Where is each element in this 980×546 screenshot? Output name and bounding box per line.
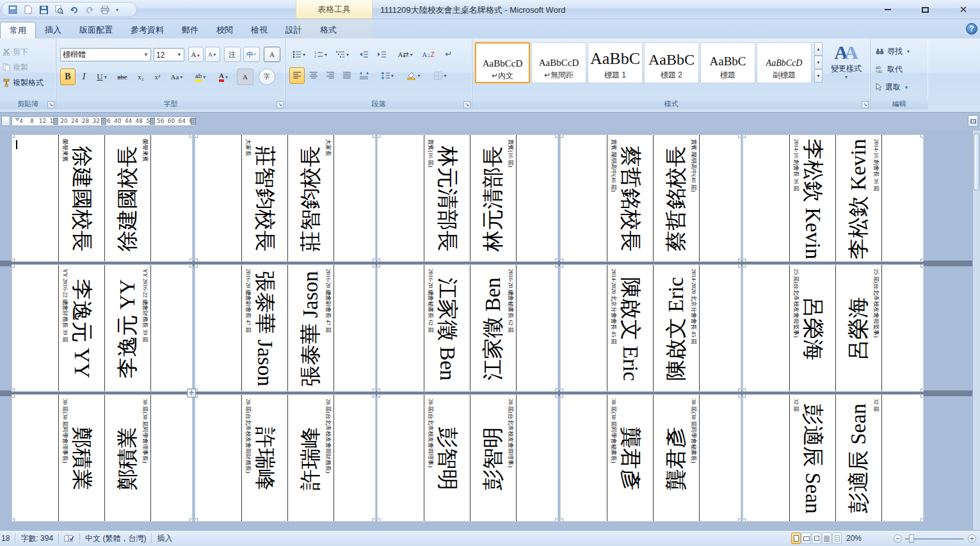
web-layout-view-button[interactable] bbox=[812, 533, 821, 544]
cell-handle[interactable] bbox=[920, 389, 924, 392]
style-gallery-item[interactable]: AaBbCcD ↵內文 bbox=[475, 42, 530, 83]
table-column-marker[interactable] bbox=[53, 118, 58, 125]
show-formatting-marks-button[interactable]: ↵ bbox=[440, 47, 457, 62]
superscript-button[interactable]: x² bbox=[150, 68, 165, 85]
save-icon[interactable] bbox=[36, 3, 51, 16]
asian-layout-button[interactable]: A⇄▾ bbox=[394, 47, 416, 62]
cell-handle[interactable] bbox=[743, 518, 746, 522]
draft-view-button[interactable] bbox=[832, 533, 842, 544]
chinese-convert-button[interactable]: 中✓ bbox=[243, 47, 260, 62]
redo-icon[interactable] bbox=[83, 3, 97, 16]
vertical-scrollbar[interactable] bbox=[972, 131, 980, 530]
find-button[interactable]: 尋找▾ bbox=[876, 44, 910, 58]
cell-handle[interactable] bbox=[195, 518, 198, 522]
copy-button[interactable]: 複製 bbox=[3, 61, 28, 74]
style-gallery-item[interactable]: AaBbCcD ↵無間距 bbox=[531, 42, 586, 83]
cell-handle[interactable] bbox=[189, 259, 193, 262]
cell-handle[interactable] bbox=[738, 259, 741, 262]
cell-handle[interactable] bbox=[743, 264, 746, 268]
increase-indent-button[interactable] bbox=[374, 47, 390, 62]
cell-handle[interactable] bbox=[377, 134, 380, 138]
cell-handle[interactable] bbox=[12, 518, 15, 522]
name-card-cell[interactable]: 榮譽來賓 徐建國校長 徐建國校長 榮譽來賓 bbox=[12, 134, 193, 262]
print-layout-view-button[interactable] bbox=[791, 533, 801, 544]
style-gallery-item[interactable]: AaBbC 標題 1 bbox=[588, 42, 643, 83]
paragraph-dialog-launcher[interactable]: ↘ bbox=[463, 101, 470, 108]
cell-handle[interactable] bbox=[555, 394, 558, 397]
cell-handle[interactable] bbox=[373, 518, 376, 522]
ruler-toggle-button[interactable] bbox=[968, 115, 978, 127]
app-icon[interactable] bbox=[6, 3, 20, 16]
borders-button[interactable]: ▾ bbox=[429, 67, 452, 84]
name-card-cell[interactable]: 大家長 莊智鈞校長 莊智鈞校長 大家長 bbox=[195, 134, 376, 262]
format-painter-button[interactable]: 複製格式 bbox=[3, 76, 44, 89]
horizontal-ruler[interactable]: 48121620242832364044485256606468 bbox=[12, 116, 196, 126]
name-card-cell[interactable]: 28 屆(台北市校友會前財務長) 許瑞峰 許瑞峰 28 屆(台北市校友會前財務長… bbox=[195, 394, 376, 522]
insert-mode[interactable]: 插入 bbox=[157, 533, 172, 544]
name-card-cell[interactable]: 28 屆(台北市校友會前理事) 彭智明 彭智明 28 屆(台北市校友會前理事) bbox=[377, 394, 558, 522]
name-card-cell[interactable]: 25 屆(台北市校友會前監事) 呂榮海 呂榮海 25 屆(台北市校友會前監事) bbox=[743, 264, 924, 392]
strikethrough-button[interactable]: abc bbox=[113, 68, 132, 85]
cell-handle[interactable] bbox=[743, 394, 746, 397]
name-card-cell[interactable]: 32 屆 彭適辰 Sean 彭適辰 Sean 32 屆 bbox=[743, 394, 924, 522]
gallery-scroll-up-button[interactable]: ▲ bbox=[814, 42, 823, 56]
cell-handle[interactable] bbox=[560, 394, 563, 397]
new-document-icon[interactable] bbox=[21, 3, 35, 16]
cell-handle[interactable] bbox=[12, 389, 15, 392]
shrink-font-button[interactable]: A▼ bbox=[205, 47, 220, 62]
undo-icon[interactable] bbox=[67, 3, 81, 16]
outline-view-button[interactable] bbox=[822, 533, 831, 544]
ribbon-tab-6[interactable]: 檢視 bbox=[242, 22, 277, 38]
cell-handle[interactable] bbox=[560, 259, 563, 262]
cell-handle[interactable] bbox=[560, 518, 563, 522]
change-styles-button[interactable]: AA 變更樣式 ▾ bbox=[826, 42, 867, 98]
distribute-button[interactable] bbox=[356, 67, 373, 84]
cell-handle[interactable] bbox=[12, 394, 15, 397]
ribbon-tab-2[interactable]: 版面配置 bbox=[70, 22, 122, 38]
subscript-button[interactable]: x₂ bbox=[133, 68, 149, 85]
ribbon-tab-4[interactable]: 郵件 bbox=[173, 22, 207, 38]
character-border-button[interactable]: A bbox=[264, 47, 280, 62]
table-column-marker[interactable] bbox=[150, 118, 155, 125]
clipboard-dialog-launcher[interactable]: ↘ bbox=[47, 101, 54, 108]
cell-handle[interactable] bbox=[377, 518, 380, 522]
ribbon-tab-7[interactable]: 設計 bbox=[277, 22, 311, 38]
zoom-in-button[interactable]: + bbox=[968, 534, 976, 543]
cell-handle[interactable] bbox=[920, 259, 924, 262]
cell-handle[interactable] bbox=[195, 264, 198, 268]
name-card-cell[interactable]: 2016-20 總會秘書長 62 屆 江家徵 Ben 江家徵 Ben 2016-… bbox=[377, 264, 558, 392]
name-card-cell[interactable]: 貴賓:陽明高中(46 屆) 蔡哲銘校長 蔡哲銘校長 貴賓:陽明高中(46 屆) bbox=[560, 134, 741, 262]
numbering-button[interactable]: 12▾ bbox=[311, 47, 330, 62]
spellcheck-icon[interactable] bbox=[64, 534, 74, 543]
cell-handle[interactable] bbox=[189, 134, 193, 138]
cell-handle[interactable] bbox=[12, 134, 15, 138]
cell-handle[interactable] bbox=[560, 389, 563, 392]
cell-handle[interactable] bbox=[373, 389, 376, 392]
cell-handle[interactable] bbox=[555, 518, 558, 522]
cell-handle[interactable] bbox=[738, 134, 741, 138]
name-card-cell[interactable]: 38 屆(38 屆同學會理事長) 鄭積業 鄭積業 38 屆(38 屆同學會理事長… bbox=[12, 394, 193, 522]
cell-handle[interactable] bbox=[377, 394, 380, 397]
cell-handle[interactable] bbox=[373, 264, 376, 268]
cell-handle[interactable] bbox=[738, 389, 741, 392]
print-preview-icon[interactable] bbox=[52, 3, 66, 16]
gallery-expand-button[interactable]: ▼ bbox=[814, 69, 823, 83]
align-left-button[interactable] bbox=[289, 67, 305, 84]
change-case-button[interactable]: Aa▾ bbox=[166, 68, 187, 85]
cell-handle[interactable] bbox=[920, 394, 924, 397]
select-button[interactable]: 選取▾ bbox=[876, 80, 908, 94]
name-card-cell[interactable]: 2014-2020 北京分會會長 45 屆 陳啟文 Eric 陳啟文 Eric … bbox=[560, 264, 741, 392]
cell-handle[interactable] bbox=[377, 259, 380, 262]
cell-handle[interactable] bbox=[189, 518, 193, 522]
help-button[interactable]: ? bbox=[966, 23, 977, 35]
tab-stop-selector[interactable] bbox=[1, 116, 10, 126]
character-shading-button[interactable]: A bbox=[237, 68, 253, 85]
page-indicator[interactable]: 18 bbox=[1, 534, 10, 543]
cell-handle[interactable] bbox=[743, 259, 746, 262]
underline-button[interactable]: U▾ bbox=[92, 68, 111, 85]
cell-handle[interactable] bbox=[189, 264, 193, 268]
cell-handle[interactable] bbox=[373, 259, 376, 262]
print-icon[interactable] bbox=[98, 3, 112, 16]
ribbon-tab-5[interactable]: 校閱 bbox=[207, 22, 242, 38]
line-spacing-button[interactable]: ▾ bbox=[376, 67, 398, 84]
